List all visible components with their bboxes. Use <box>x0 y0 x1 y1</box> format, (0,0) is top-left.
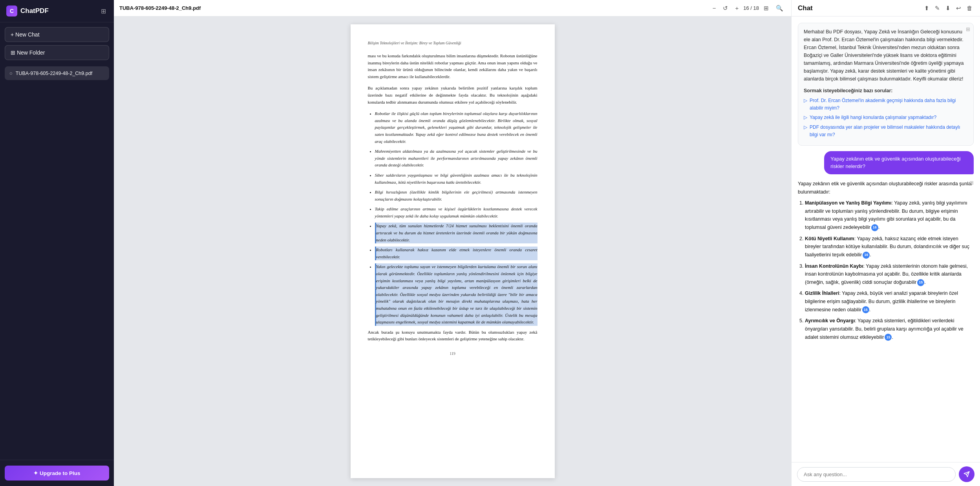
sidebar-toggle-button[interactable]: ⊞ <box>99 6 108 16</box>
grid-view-button[interactable]: ⊞ <box>761 4 771 13</box>
logo-text: ChatPDF <box>20 7 49 15</box>
page-indicator: 16 / 18 <box>743 5 759 11</box>
zoom-in-button[interactable]: + <box>733 4 741 13</box>
item-title-1: Manipülasyon ve Yanlış Bilgi Yayılımı <box>805 200 891 206</box>
pdf-bullet-item: Mahremiyetten aldatılması ya da azalması… <box>375 148 538 169</box>
suggested-question-1[interactable]: ▷ Prof. Dr. Ercan Öztemel'in akademik ge… <box>804 97 968 112</box>
assistant-list-item-4: Gizlilik İhlalleri: Yapay zekâ, büyük ve… <box>805 289 974 314</box>
sidebar-actions: + New Chat ⊞ New Folder <box>0 22 114 63</box>
ref-badge-4[interactable]: 15 <box>862 306 869 313</box>
suggested-q-text: PDF dosyasında yer alan projeler ve bili… <box>810 124 968 139</box>
assistant-intro: Yapay zekânın etik ve güvenlik açısından… <box>798 180 974 196</box>
search-button[interactable]: 🔍 <box>773 4 786 13</box>
pdf-bullet-list: Robotlar ile ilişkisi güçlü olan toplum … <box>375 110 538 326</box>
ref-badge-3[interactable]: 15 <box>917 279 924 286</box>
ref-badge-2[interactable]: 16 <box>863 252 870 259</box>
assistant-list-item-5: Ayrımcılık ve Önyargı: Yapay zekâ sistem… <box>805 317 974 341</box>
assistant-list-item-3: İnsan Kontrolünün Kaybı: Yapay zekâ sist… <box>805 262 974 287</box>
pdf-paragraph-1: ması ve bu konuda farkındalık oluşturulm… <box>368 53 538 80</box>
user-message-container: Yapay zekânın etik ve güvenlik açısından… <box>798 151 974 174</box>
assistant-list-item-1: Manipülasyon ve Yanlış Bilgi Yayılımı: Y… <box>805 199 974 232</box>
suggested-label: Sormak isteyebileceğiniz bazı sorular: <box>804 87 968 95</box>
pdf-paragraph-2: Bu açıklamadan sonra yapay zekânın yukar… <box>368 85 538 106</box>
sidebar-header: C ChatPDF ⊞ <box>0 0 114 22</box>
arrow-icon: ▷ <box>804 114 807 121</box>
delete-button[interactable]: 🗑 <box>965 4 974 13</box>
edit-button[interactable]: ✎ <box>934 4 941 13</box>
file-item[interactable]: ○ TUBA-978-605-2249-48-2_Ch9.pdf <box>5 66 109 80</box>
chat-header: Chat ⬆ ✎ ⬇ ↩ 🗑 <box>792 0 980 16</box>
pdf-page: Bilişim Teknolojileri ve İletişim: Birey… <box>351 24 555 478</box>
pdf-bullet-item: Siber saldırıların yaygınlaşması ve bilg… <box>375 172 538 186</box>
logo-area: C ChatPDF <box>6 5 49 16</box>
pdf-viewer: TUBA-978-605-2249-48-2_Ch9.pdf − ↺ + 16 … <box>114 0 792 486</box>
pdf-toolbar: TUBA-978-605-2249-48-2_Ch9.pdf − ↺ + 16 … <box>114 0 791 16</box>
suggested-questions: Sormak isteyebileceğiniz bazı sorular: ▷… <box>804 87 968 139</box>
pdf-bullet-item-highlight: Yakın gelecekte toplumu sayan ve istenme… <box>375 263 538 325</box>
ref-badge-1[interactable]: 16 <box>871 224 878 231</box>
upgrade-button[interactable]: ✦ Upgrade to Plus <box>5 466 109 481</box>
assistant-list: Manipülasyon ve Yanlış Bilgi Yayılımı: Y… <box>805 199 974 341</box>
logo-icon: C <box>6 5 17 16</box>
sidebar: C ChatPDF ⊞ + New Chat ⊞ New Folder ○ TU… <box>0 0 114 486</box>
new-chat-button[interactable]: + New Chat <box>5 27 109 42</box>
chat-input[interactable] <box>797 467 956 482</box>
file-name: TUBA-978-605-2249-48-2_Ch9.pdf <box>16 71 92 76</box>
item-title-4: Gizlilik İhlalleri <box>805 291 839 296</box>
assistant-message: ⊞ Yapay zekânın etik ve güvenlik açısınd… <box>798 180 974 344</box>
chat-title: Chat <box>798 4 813 12</box>
suggested-q-text: Prof. Dr. Ercan Öztemel'in akademik geçm… <box>810 97 968 112</box>
copy-welcome-button[interactable]: ⊞ <box>966 26 970 32</box>
sidebar-footer: ✦ Upgrade to Plus <box>0 460 114 486</box>
pdf-content[interactable]: Bilişim Teknolojileri ve İletişim: Birey… <box>114 16 791 486</box>
arrow-icon: ▷ <box>804 124 807 131</box>
undo-button[interactable]: ↩ <box>955 4 962 13</box>
item-title-2: Kötü Niyetli Kullanım <box>805 236 854 241</box>
send-button[interactable] <box>959 466 975 482</box>
suggested-question-3[interactable]: ▷ PDF dosyasında yer alan projeler ve bi… <box>804 124 968 139</box>
file-icon: ○ <box>9 70 13 76</box>
pdf-page-header: Bilişim Teknolojileri ve İletişim: Birey… <box>368 40 538 46</box>
chat-panel: Chat ⬆ ✎ ⬇ ↩ 🗑 ⊞ Merhaba! Bu PDF dosyası… <box>792 0 980 486</box>
pdf-bullet-item: Bilgi hırsızlığının (özellikle kimlik bi… <box>375 189 538 203</box>
zoom-out-button[interactable]: − <box>710 4 719 13</box>
pdf-paragraph-3: Ancak burada şu konuyu unutmamakta fayda… <box>368 329 538 343</box>
send-icon <box>964 471 970 477</box>
sidebar-files: ○ TUBA-978-605-2249-48-2_Ch9.pdf <box>0 63 114 460</box>
suggested-question-2[interactable]: ▷ Yapay zekâ ile ilgili hangi konularda … <box>804 114 968 121</box>
download-button[interactable]: ⬇ <box>944 4 952 13</box>
arrow-icon: ▷ <box>804 97 807 104</box>
pdf-bullet-item-highlight: Robotları kullanarak haksız kazanım elde… <box>375 247 538 260</box>
suggested-q-text: Yapay zekâ ile ilgili hangi konularda ça… <box>810 114 936 121</box>
pdf-controls: − ↺ + 16 / 18 ⊞ 🔍 <box>710 4 786 13</box>
pdf-title: TUBA-978-605-2249-48-2_Ch9.pdf <box>119 5 706 11</box>
welcome-text: Merhaba! Bu PDF dosyası, Yapay Zekâ ve İ… <box>804 29 964 82</box>
new-folder-button[interactable]: ⊞ New Folder <box>5 45 109 60</box>
assistant-list-item-2: Kötü Niyetli Kullanım: Yapay zekâ, haksı… <box>805 235 974 259</box>
pdf-bullet-item: Robotlar ile ilişkisi güçlü olan toplum … <box>375 110 538 145</box>
pdf-page-number: 119 <box>368 351 538 357</box>
ref-badge-5[interactable]: 15 <box>885 334 892 341</box>
welcome-message: ⊞ Merhaba! Bu PDF dosyası, Yapay Zekâ ve… <box>798 23 974 146</box>
copy-assistant-button[interactable]: ⊞ <box>969 180 974 186</box>
chat-header-icons: ⬆ ✎ ⬇ ↩ 🗑 <box>923 4 974 13</box>
chat-messages: ⊞ Merhaba! Bu PDF dosyası, Yapay Zekâ ve… <box>792 16 980 462</box>
chat-input-area <box>792 462 980 486</box>
user-message: Yapay zekânın etik ve güvenlik açısından… <box>824 151 974 174</box>
item-title-5: Ayrımcılık ve Önyargı <box>805 318 855 323</box>
export-button[interactable]: ⬆ <box>923 4 931 13</box>
rotate-button[interactable]: ↺ <box>720 4 730 13</box>
pdf-bullet-item: Takip edilme araçlarının artması ve kişi… <box>375 206 538 219</box>
pdf-bullet-item-highlight: Yapay zekâ, tüm sunulan hizmetlerde 7/24… <box>375 223 538 243</box>
item-title-3: İnsan Kontrolünün Kaybı <box>805 263 863 269</box>
